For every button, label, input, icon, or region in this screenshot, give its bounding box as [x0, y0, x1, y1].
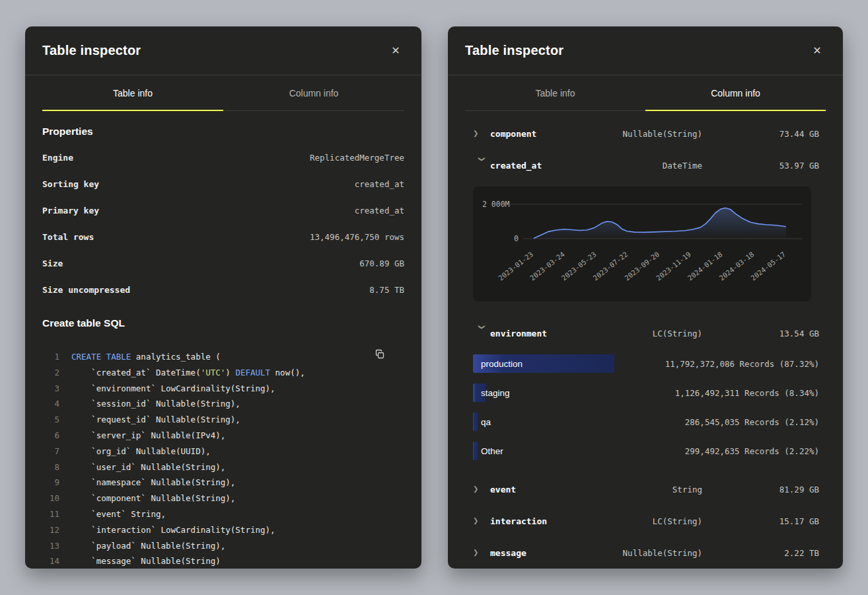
environment-value-label: qa — [473, 417, 491, 427]
environment-value-records: 286,545,035 Records (2.12%) — [685, 417, 819, 427]
environment-value-records: 11,792,372,086 Records (87.32%) — [665, 359, 819, 369]
chevron-right-icon[interactable]: ❯ — [473, 130, 490, 137]
column-type: Nullable(String) — [577, 129, 702, 139]
column-row-message[interactable]: ❯messageNullable(String)2.22 TB — [448, 537, 843, 569]
property-value: 8.75 TB — [369, 285, 404, 295]
sql-line-text: `server_ip` Nullable(IPv4), — [71, 428, 225, 444]
chevron-down-icon[interactable]: ❯ — [478, 324, 486, 341]
environment-value-label: production — [473, 359, 523, 369]
tab-column-info[interactable]: Column info — [645, 75, 826, 110]
column-name: message — [490, 548, 577, 558]
line-number: 14 — [42, 553, 59, 569]
property-label: Primary key — [42, 206, 99, 216]
tab-column-info[interactable]: Column info — [223, 75, 404, 110]
column-type: LC(String) — [577, 516, 702, 526]
sql-line-text: `request_id` Nullable(String), — [71, 412, 240, 428]
column-row-component[interactable]: ❯componentNullable(String)73.44 GB — [448, 118, 843, 149]
sql-line-text: `namespace` Nullable(String), — [71, 475, 235, 491]
sql-line-text: `org_id` Nullable(UUID), — [71, 444, 211, 459]
sql-line-text: `interaction` LowCardinality(String), — [71, 522, 275, 538]
table-inspector-dialog-left: Table inspector ✕ Table info Column info… — [25, 26, 421, 569]
tab-table-info[interactable]: Table info — [42, 75, 223, 110]
property-value: ReplicatedMergeTree — [310, 153, 404, 163]
line-number: 9 — [42, 475, 59, 491]
column-type: DateTime — [577, 161, 702, 171]
column-size: 15.17 GB — [702, 516, 819, 526]
x-tick-label: 2024-05-17 — [749, 250, 787, 282]
chevron-right-icon[interactable]: ❯ — [473, 549, 490, 556]
column-list: ❯componentNullable(String)73.44 GB❯creat… — [448, 111, 843, 569]
sql-line: 11 `event` String, — [42, 506, 404, 522]
column-row-environment[interactable]: ❯environmentLC(String)13.54 GB — [448, 317, 843, 349]
column-row-created_at[interactable]: ❯created_atDateTime53.97 GB — [448, 149, 843, 181]
sql-line-text: `environment` LowCardinality(String), — [71, 381, 275, 397]
environment-value-records: 299,492,635 Records (2.22%) — [685, 446, 819, 456]
sql-line: 7 `org_id` Nullable(UUID), — [42, 444, 404, 459]
sql-line: 6 `server_ip` Nullable(IPv4), — [42, 428, 404, 444]
create-table-sql-heading: Create table SQL — [25, 303, 421, 332]
sql-line: 8 `user_id` Nullable(String), — [42, 459, 404, 475]
sql-line-text: `message` Nullable(String) — [71, 553, 221, 569]
sql-line: 9 `namespace` Nullable(String), — [42, 475, 404, 491]
environment-value-row: Other299,492,635 Records (2.22%) — [448, 436, 843, 465]
sql-code: 1CREATE TABLE analytics_table (2 `create… — [42, 349, 404, 569]
close-icon[interactable]: ✕ — [809, 42, 826, 60]
environment-value-row: staging1,126,492,311 Records (8.34%) — [448, 378, 843, 407]
sql-line-text: `event` String, — [71, 506, 166, 522]
sql-line: 5 `request_id` Nullable(String), — [42, 412, 404, 428]
dialog-title: Table inspector — [465, 43, 563, 58]
chevron-right-icon[interactable]: ❯ — [473, 485, 490, 493]
column-name: component — [490, 129, 577, 139]
tab-bar: Table info Column info — [465, 75, 826, 111]
column-name: event — [490, 485, 577, 495]
column-name: created_at — [490, 161, 577, 171]
close-icon[interactable]: ✕ — [387, 42, 404, 60]
y-tick-2000m: 2 000M — [482, 200, 510, 209]
sql-line: 12 `interaction` LowCardinality(String), — [42, 522, 404, 538]
sql-line: 10 `component` Nullable(String), — [42, 491, 404, 506]
line-number: 4 — [42, 396, 59, 412]
environment-value-row: qa286,545,035 Records (2.12%) — [448, 407, 843, 436]
sql-line-text: `payload` Nullable(String), — [71, 538, 225, 554]
column-row-interaction[interactable]: ❯interactionLC(String)15.17 GB — [448, 505, 843, 537]
property-label: Total rows — [42, 232, 94, 242]
property-value: 670.89 GB — [359, 258, 404, 268]
line-number: 13 — [42, 538, 59, 554]
environment-value-records: 1,126,492,311 Records (8.34%) — [675, 388, 819, 398]
chevron-down-icon[interactable]: ❯ — [478, 156, 486, 173]
line-number: 10 — [42, 491, 59, 506]
created-at-distribution-chart: 2 000M02023-01-232023-03-242023-05-23202… — [473, 186, 811, 301]
property-value: created_at — [355, 179, 404, 189]
column-size: 73.44 GB — [702, 129, 819, 139]
line-number: 8 — [42, 459, 59, 475]
tab-table-info[interactable]: Table info — [465, 75, 645, 110]
chevron-right-icon[interactable]: ❯ — [473, 517, 490, 524]
property-row: Sorting keycreated_at — [42, 171, 404, 197]
property-label: Size uncompressed — [42, 285, 130, 295]
sql-line: 1CREATE TABLE analytics_table ( — [42, 349, 404, 365]
property-row: EngineReplicatedMergeTree — [42, 144, 404, 171]
column-size: 53.97 GB — [702, 161, 819, 171]
property-value: 13,496,476,750 rows — [310, 232, 404, 242]
line-number: 7 — [42, 444, 59, 459]
line-number: 5 — [42, 412, 59, 428]
dialog-header: Table inspector ✕ — [25, 26, 421, 75]
sql-line: 13 `payload` Nullable(String), — [42, 538, 404, 554]
sql-line-text: `component` Nullable(String), — [71, 491, 235, 506]
column-size: 2.22 TB — [702, 548, 819, 558]
table-inspector-dialog-right: Table inspector ✕ Table info Column info… — [448, 26, 843, 569]
dialog-title: Table inspector — [42, 43, 141, 58]
properties-list: EngineReplicatedMergeTreeSorting keycrea… — [25, 140, 421, 303]
sql-line-text: `session_id` Nullable(String), — [71, 396, 240, 412]
line-number: 1 — [42, 349, 59, 365]
column-name: interaction — [490, 516, 577, 526]
sql-line: 4 `session_id` Nullable(String), — [42, 396, 404, 412]
column-row-event[interactable]: ❯eventString81.29 GB — [448, 473, 843, 505]
line-number: 12 — [42, 522, 59, 538]
column-type: LC(String) — [577, 329, 702, 338]
line-number: 6 — [42, 428, 59, 444]
copy-icon[interactable] — [373, 348, 387, 362]
property-row: Size670.89 GB — [42, 250, 404, 276]
property-row: Primary keycreated_at — [42, 197, 404, 223]
property-label: Size — [42, 258, 63, 268]
